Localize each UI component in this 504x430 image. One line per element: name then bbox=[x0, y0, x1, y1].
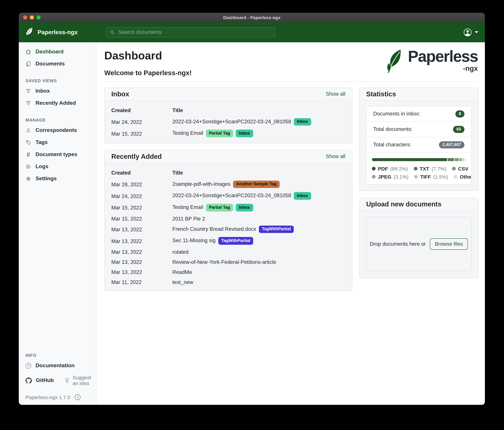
table-row: Mar 13, 2022French Country Bread Revised… bbox=[111, 224, 345, 235]
search-bar[interactable] bbox=[106, 27, 275, 37]
tag-badge[interactable]: Inbox bbox=[236, 130, 253, 137]
sidebar-item-document-types[interactable]: Document types bbox=[19, 148, 96, 160]
tag-badge[interactable]: Partial Tag bbox=[206, 130, 233, 137]
bar-segment bbox=[465, 158, 466, 161]
inbox-card-header: Inbox Show all bbox=[105, 88, 352, 101]
stat-value-badge: 2,407,667 bbox=[439, 141, 464, 148]
tag-badge[interactable]: TagWithPartial bbox=[218, 237, 253, 245]
info-circle-icon[interactable] bbox=[75, 394, 81, 400]
legend-item: TXT(7.7%) bbox=[414, 166, 446, 171]
doc-title-link[interactable]: Testing Email bbox=[172, 130, 203, 136]
doc-title-link[interactable]: Sec 11-Missing sig bbox=[172, 238, 216, 243]
upload-dropzone[interactable]: Drop documents here or Browse files bbox=[366, 217, 471, 271]
doc-created-date: Mar 13, 2022 bbox=[111, 224, 172, 235]
filetype-chart: PDF(89.2%)TXT(7.7%)CSV(4.6%)JPEG(3.1%)TI… bbox=[367, 153, 471, 184]
zoom-window-button[interactable] bbox=[36, 15, 41, 19]
filetype-bar bbox=[372, 158, 466, 161]
legend-pct: (7.7%) bbox=[432, 166, 446, 171]
table-row: Mar 13, 2022rotated bbox=[111, 247, 345, 257]
lightbulb-icon bbox=[64, 378, 70, 383]
doc-title-cell: Sec 11-Missing sigTagWithPartial bbox=[172, 235, 345, 247]
legend-label: Other bbox=[460, 174, 471, 179]
github-link[interactable]: GitHub bbox=[36, 377, 54, 383]
logo-sub: -ngx bbox=[463, 64, 478, 72]
doc-title-cell: 2022-03-24+Sonstige+ScanPC2022-03-24_081… bbox=[172, 190, 345, 202]
sidebar-item-recently-added[interactable]: Recently Added bbox=[19, 97, 96, 109]
user-menu[interactable] bbox=[463, 28, 478, 37]
inbox-card: Inbox Show all Created Title bbox=[104, 87, 352, 143]
sidebar-item-settings[interactable]: Settings bbox=[19, 173, 96, 185]
tag-badge[interactable]: Inbox bbox=[236, 204, 253, 211]
sidebar-item-label: Settings bbox=[36, 176, 57, 182]
legend-item: PDF(89.2%) bbox=[372, 166, 408, 171]
table-row: Mar 15, 2022Testing EmailPartial TagInbo… bbox=[111, 202, 345, 214]
recently-added-show-all-link[interactable]: Show all bbox=[326, 154, 345, 160]
column-header-title: Title bbox=[172, 104, 345, 116]
recently-added-card-body: Created Title Mar 28, 20222sample-pdf-wi… bbox=[105, 163, 352, 291]
bar-segment bbox=[372, 158, 447, 161]
bar-segment bbox=[459, 158, 462, 161]
welcome-text: Welcome to Paperless-ngx! bbox=[104, 69, 192, 77]
doc-title-link[interactable]: ReadMe bbox=[172, 269, 192, 275]
sidebar-item-label: Inbox bbox=[36, 88, 50, 94]
table-row: Mar 11, 2022test_new bbox=[111, 277, 345, 287]
legend-line: PDF(89.2%)TXT(7.7%)CSV(4.6%) bbox=[372, 166, 466, 171]
github-icon bbox=[26, 377, 32, 383]
doc-title-link[interactable]: Review-of-New-York-Federal-Petitions-art… bbox=[172, 259, 276, 265]
doc-title-cell: 2011 BP Pie 2 bbox=[172, 214, 345, 224]
doc-title-link[interactable]: French Country Bread Revised.docx bbox=[172, 226, 256, 232]
upload-card-body: Drop documents here or Browse files bbox=[360, 211, 478, 278]
doc-title-cell: Review-of-New-York-Federal-Petitions-art… bbox=[172, 257, 345, 267]
brand-link[interactable]: Paperless-ngx bbox=[26, 27, 99, 37]
doc-created-date: Mar 13, 2022 bbox=[111, 257, 172, 267]
page-head-text: Dashboard Welcome to Paperless-ngx! bbox=[104, 46, 192, 77]
legend-item: TIFF(1.5%) bbox=[414, 174, 448, 179]
doc-created-date: Mar 15, 2022 bbox=[111, 202, 172, 214]
card-title: Statistics bbox=[366, 90, 396, 98]
doc-title-link[interactable]: 2022-03-24+Sonstige+ScanPC2022-03-24_081… bbox=[172, 193, 291, 198]
doc-title-link[interactable]: Testing Email bbox=[172, 204, 203, 210]
legend-item: JPEG(3.1%) bbox=[372, 174, 408, 179]
sidebar-item-documents[interactable]: Documents bbox=[19, 58, 96, 70]
sidebar-section-saved-views: SAVED VIEWS bbox=[26, 78, 90, 83]
recently-added-table: Created Title Mar 28, 20222sample-pdf-wi… bbox=[111, 167, 345, 287]
inbox-show-all-link[interactable]: Show all bbox=[326, 91, 345, 97]
table-row: Mar 15, 20222011 BP Pie 2 bbox=[111, 214, 345, 224]
doc-title-link[interactable]: test_new bbox=[172, 279, 193, 285]
stat-value-badge: 65 bbox=[453, 126, 464, 133]
column-header-created: Created bbox=[111, 104, 172, 116]
sidebar-item-dashboard[interactable]: Dashboard bbox=[19, 46, 96, 58]
chevron-down-icon bbox=[475, 31, 478, 33]
search-input[interactable] bbox=[118, 29, 272, 36]
doc-created-date: Mar 15, 2022 bbox=[111, 214, 172, 224]
sidebar-item-tags[interactable]: Tags bbox=[19, 136, 96, 148]
tag-badge[interactable]: Inbox bbox=[294, 192, 311, 200]
tag-badge[interactable]: Another Sample Tag bbox=[233, 181, 279, 188]
card-title: Recently Added bbox=[111, 153, 162, 160]
close-window-button[interactable] bbox=[23, 15, 27, 19]
suggest-idea-link[interactable]: Suggest an idea bbox=[64, 375, 91, 386]
minimize-window-button[interactable] bbox=[30, 15, 34, 19]
sidebar-item-inbox[interactable]: Inbox bbox=[19, 85, 96, 97]
doc-title-link[interactable]: 2022-03-24+Sonstige+ScanPC2022-03-24_081… bbox=[172, 119, 291, 124]
legend-dot-icon bbox=[414, 175, 418, 178]
tag-badge[interactable]: Partial Tag bbox=[206, 204, 233, 211]
browse-files-button[interactable]: Browse files bbox=[430, 238, 468, 250]
brand-label: Paperless-ngx bbox=[37, 29, 78, 36]
sidebar-item-documentation[interactable]: Documentation bbox=[19, 359, 96, 372]
tag-badge[interactable]: TagWithPartial bbox=[259, 225, 294, 233]
doc-title-link[interactable]: 2sample-pdf-with-images bbox=[172, 181, 230, 187]
doc-title-link[interactable]: 2011 BP Pie 2 bbox=[172, 216, 205, 221]
doc-title-cell: 2022-03-24+Sonstige+ScanPC2022-03-24_081… bbox=[172, 116, 345, 128]
doc-title-link[interactable]: rotated bbox=[172, 249, 189, 255]
doc-title-cell: rotated bbox=[172, 247, 345, 257]
stat-label: Documents in inbox: bbox=[373, 111, 420, 117]
card-title: Inbox bbox=[111, 90, 129, 98]
sidebar-item-correspondents[interactable]: Correspondents bbox=[19, 124, 96, 136]
legend-pct: (4.6%) bbox=[471, 166, 471, 171]
bar-segment bbox=[463, 158, 464, 161]
sidebar-item-logs[interactable]: Logs bbox=[19, 160, 96, 173]
gear-icon bbox=[26, 176, 31, 181]
tag-badge[interactable]: Inbox bbox=[294, 118, 311, 126]
legend-label: JPEG bbox=[378, 174, 391, 179]
